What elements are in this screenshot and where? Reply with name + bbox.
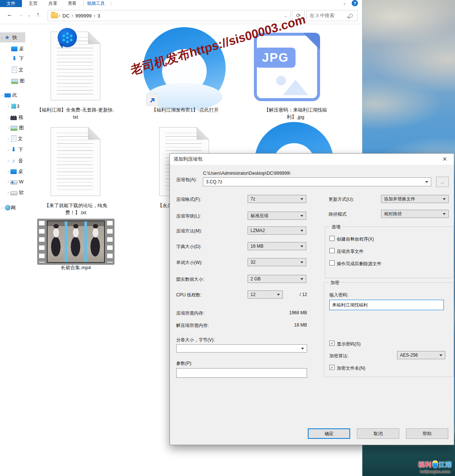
- expand-icon[interactable]: ›: [6, 190, 10, 194]
- memory-decompress-label: 解压缩所需内存:: [176, 322, 209, 329]
- sidebar-item-network[interactable]: ›网: [0, 203, 25, 213]
- breadcrumb-dc[interactable]: DC: [62, 13, 70, 19]
- windows-drive-icon: [10, 180, 17, 184]
- jpg-file-icon[interactable]: JPG: [254, 33, 320, 101]
- parameters-input[interactable]: [176, 368, 307, 378]
- file-label[interactable]: 【解压密码：来福利江湖找福利】.jpg: [260, 106, 331, 120]
- sidebar-item-drive-d[interactable]: ›软: [0, 187, 25, 197]
- txt-file-icon[interactable]: [51, 127, 100, 196]
- sidebar-item-label: 图: [19, 125, 24, 131]
- ok-button[interactable]: 确定: [308, 428, 350, 439]
- video-file-icon[interactable]: [37, 219, 114, 265]
- video-frame: [87, 221, 104, 262]
- filmstrip-holes: [39, 221, 45, 263]
- expand-icon[interactable]: ›: [6, 169, 10, 173]
- path-mode-combobox[interactable]: 相对路径: [381, 210, 449, 218]
- shared-files-checkbox[interactable]: [329, 248, 335, 253]
- help-button[interactable]: 帮助: [406, 428, 448, 439]
- cpu-threads-value: 12: [251, 292, 255, 297]
- volume-size-combobox[interactable]: [176, 344, 307, 353]
- sidebar-item-desktop[interactable]: 桌: [0, 44, 25, 54]
- sidebar-item-desktop-pc[interactable]: ›桌: [0, 166, 25, 176]
- method-label: 压缩方法(M):: [176, 228, 202, 234]
- expand-icon[interactable]: ›: [6, 115, 10, 119]
- archive-name-value: 3.CQ.7z: [206, 179, 222, 184]
- browse-button[interactable]: ...: [436, 177, 449, 187]
- dictionary-combobox[interactable]: 16 MB: [248, 242, 306, 250]
- sidebar-item-windows-c[interactable]: ›W: [0, 177, 25, 187]
- sidebar-item-documents[interactable]: 文: [0, 65, 25, 75]
- chevron-down-icon: [443, 198, 446, 200]
- sidebar-item-documents-pc[interactable]: ›文: [0, 134, 25, 144]
- cancel-button[interactable]: 取消: [357, 428, 399, 439]
- archive-name-combobox[interactable]: 3.CQ.7z: [203, 177, 431, 186]
- sidebar-item-this-pc[interactable]: ⌄此: [0, 90, 25, 100]
- tab-view[interactable]: 查看: [68, 0, 77, 7]
- breadcrumb-3[interactable]: 3: [97, 13, 100, 19]
- sidebar-item-downloads-pc[interactable]: ›⬇下: [0, 145, 25, 155]
- encrypt-names-checkbox[interactable]: ✓: [329, 365, 335, 370]
- recent-locations-icon[interactable]: ⌄: [28, 13, 31, 17]
- music-note-icon: ♪: [10, 158, 17, 164]
- format-combobox[interactable]: 7z: [248, 195, 306, 203]
- method-value: LZMA2: [251, 228, 265, 233]
- expand-icon[interactable]: ›: [6, 159, 10, 163]
- memory-compress-value: 1968 MB: [270, 310, 307, 315]
- solid-size-combobox[interactable]: 2 GB: [248, 275, 306, 283]
- password-input[interactable]: [329, 300, 444, 310]
- path-mode-value: 相对路径: [384, 211, 402, 217]
- sidebar-item-3d-objects[interactable]: ›3: [0, 101, 25, 111]
- video-icon: [10, 116, 17, 120]
- breadcrumb-separator: ›: [59, 13, 60, 18]
- word-size-combobox[interactable]: 32: [248, 258, 306, 266]
- delete-after-checkbox[interactable]: [329, 260, 335, 266]
- sidebar-item-pictures-pc[interactable]: ›图: [0, 123, 25, 133]
- expand-icon[interactable]: ›: [6, 180, 10, 184]
- expand-icon[interactable]: ›: [6, 104, 10, 108]
- shortcut-arrow: ➜: [147, 95, 157, 105]
- address-bar[interactable]: › DC › 999999 › 3 ⌄: [48, 10, 291, 21]
- file-label[interactable]: 【福利江湖发布页1】-点此打开: [144, 106, 226, 113]
- collapse-icon[interactable]: ⌄: [0, 93, 4, 97]
- sidebar-item-label: 图: [20, 78, 25, 84]
- sidebar-item-downloads[interactable]: ⬇下: [0, 54, 25, 64]
- search-icon: [349, 14, 353, 17]
- show-password-checkbox[interactable]: ✓: [329, 341, 335, 346]
- chevron-down-icon: [300, 278, 303, 280]
- sidebar-item-music[interactable]: ›♪音: [0, 156, 25, 166]
- level-combobox[interactable]: 标准压缩: [248, 212, 306, 220]
- sidebar-item-label: 桌: [18, 168, 23, 175]
- sidebar-item-videos[interactable]: ›视: [0, 112, 25, 122]
- up-icon[interactable]: ↑: [36, 11, 39, 18]
- dialog-title-bar[interactable]: 添加到压缩包: [170, 154, 454, 165]
- update-mode-combobox[interactable]: 添加并替换文件: [381, 195, 449, 203]
- chevron-down-icon: [300, 198, 303, 200]
- tab-file[interactable]: 文件: [0, 0, 22, 7]
- file-label[interactable]: 长裙合集.mp4: [37, 264, 115, 271]
- tab-home[interactable]: 主页: [29, 0, 38, 7]
- expand-icon[interactable]: ›: [6, 126, 10, 130]
- back-icon[interactable]: ←: [7, 11, 13, 18]
- collapse-icon[interactable]: ⌄: [0, 35, 4, 39]
- cpu-threads-label: CPU 线程数:: [176, 292, 201, 298]
- tab-video-tools[interactable]: 视频工具: [87, 0, 105, 7]
- sfx-checkbox[interactable]: [329, 236, 335, 241]
- expand-icon[interactable]: ›: [0, 206, 4, 210]
- file-label[interactable]: 【福利江湖】全免费-无套路-更新快.txt: [36, 106, 114, 120]
- expand-icon[interactable]: ›: [6, 148, 10, 152]
- search-box[interactable]: 在 3 中搜索: [306, 10, 358, 21]
- close-icon[interactable]: ✕: [436, 154, 453, 164]
- help-icon[interactable]: ?: [352, 0, 358, 6]
- ribbon-collapse-icon[interactable]: ⌄: [343, 0, 346, 6]
- cpu-threads-combobox[interactable]: 12: [248, 290, 283, 299]
- encryption-method-combobox[interactable]: AES-256: [397, 351, 445, 359]
- sidebar-item-label: 下: [19, 55, 24, 62]
- sidebar-item-quick-access[interactable]: ⌄★快: [0, 32, 25, 42]
- method-combobox[interactable]: LZMA2: [248, 226, 306, 235]
- forward-icon[interactable]: →: [18, 11, 24, 18]
- breadcrumb-999999[interactable]: 999999: [75, 13, 91, 19]
- file-label[interactable]: 【来了就能下载的论坛，纯免费！】.txt: [39, 202, 112, 216]
- tab-share[interactable]: 共享: [48, 0, 57, 7]
- sidebar-item-pictures[interactable]: 图: [0, 76, 25, 86]
- expand-icon[interactable]: ›: [6, 136, 10, 141]
